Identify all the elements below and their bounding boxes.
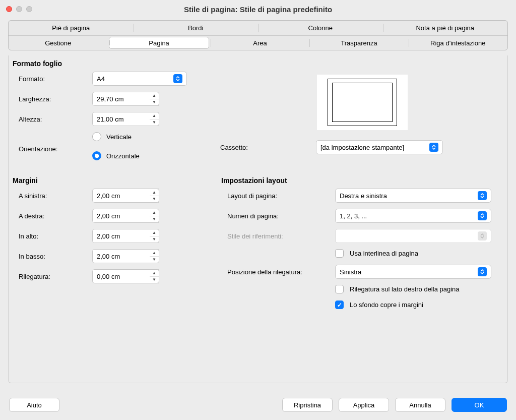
section-layout-settings: Impostazioni layout — [221, 176, 504, 185]
checkbox-use-line-spacing[interactable] — [335, 249, 344, 258]
height-spinbox[interactable]: 21,00 cm ▲▼ — [92, 112, 159, 126]
section-margins: Margini — [13, 176, 208, 185]
spin-down-icon[interactable]: ▼ — [150, 119, 159, 126]
checkbox-background-covers[interactable] — [335, 301, 344, 309]
spin-down-icon[interactable]: ▼ — [150, 256, 159, 263]
label-height: Altezza: — [12, 115, 92, 123]
gutter-value: 0,00 cm — [97, 273, 120, 280]
label-gutter-right: Rilegatura sul lato destro della pagina — [350, 285, 460, 293]
tab-columns[interactable]: Colonne — [258, 21, 383, 35]
content-area: Formato foglio Formato: A4 Larghezza: — [8, 55, 508, 383]
tray-value: [da impostazione stampante] — [320, 144, 404, 151]
tab-header[interactable]: Riga d'intestazione — [409, 36, 507, 50]
spin-down-icon[interactable]: ▼ — [150, 99, 159, 105]
label-margin-left: A sinistra: — [12, 192, 92, 200]
page-layout-value: Destra e sinistra — [340, 192, 387, 200]
label-gutter-position: Posizione della rilegatura: — [220, 268, 335, 276]
spin-up-icon[interactable]: ▲ — [150, 270, 159, 276]
spin-down-icon[interactable]: ▼ — [150, 276, 159, 283]
chevron-updown-icon — [478, 211, 487, 220]
tab-page[interactable]: Pagina — [109, 37, 209, 49]
label-ref-style: Stile dei riferimenti: — [220, 232, 335, 240]
gutter-position-dropdown[interactable]: Sinistra — [335, 265, 491, 279]
label-background-covers: Lo sfondo copre i margini — [350, 301, 423, 309]
margin-left-value: 2,00 cm — [97, 192, 120, 200]
label-gutter: Rilegatura: — [12, 273, 92, 280]
spin-up-icon[interactable]: ▲ — [150, 229, 159, 236]
label-margin-top: In alto: — [12, 232, 92, 240]
margin-left-spinbox[interactable]: 2,00 cm ▲▼ — [92, 189, 159, 203]
cancel-button[interactable]: Annulla — [395, 398, 445, 412]
window-title: Stile di pagina: Stile di pagina predefi… — [6, 5, 510, 14]
titlebar: Stile di pagina: Stile di pagina predefi… — [0, 0, 516, 18]
spin-up-icon[interactable]: ▲ — [150, 209, 159, 216]
spin-up-icon[interactable]: ▲ — [150, 112, 159, 119]
chevron-updown-icon — [478, 231, 487, 241]
format-dropdown[interactable]: A4 — [92, 72, 187, 86]
margin-right-spinbox[interactable]: 2,00 cm ▲▼ — [92, 209, 159, 223]
label-page-layout: Layout di pagina: — [220, 192, 335, 200]
label-margin-bottom: In basso: — [12, 253, 92, 260]
label-margin-right: A destra: — [12, 212, 92, 220]
tab-organizer[interactable]: Gestione — [9, 36, 107, 50]
radio-portrait-label: Verticale — [106, 133, 132, 141]
maximize-window-button — [26, 6, 32, 12]
height-value: 21,00 cm — [97, 115, 123, 123]
gutter-spinbox[interactable]: 0,00 cm ▲▼ — [92, 269, 159, 283]
minimize-window-button — [16, 6, 22, 12]
tab-transparency[interactable]: Trasparenza — [309, 36, 408, 50]
margin-bottom-value: 2,00 cm — [97, 253, 120, 260]
label-use-line-spacing: Usa interlinea di pagina — [350, 250, 418, 257]
close-window-button[interactable] — [6, 6, 12, 12]
width-value: 29,70 cm — [97, 95, 123, 103]
ok-button[interactable]: OK — [452, 398, 507, 412]
tray-dropdown[interactable]: [da impostazione stampante] — [316, 140, 443, 154]
spin-up-icon[interactable]: ▲ — [150, 250, 159, 256]
page-numbers-value: 1, 2, 3, ... — [340, 212, 367, 220]
reset-button[interactable]: Ripristina — [282, 398, 333, 412]
page-preview — [317, 75, 408, 130]
help-button[interactable]: Aiuto — [9, 398, 59, 412]
ref-style-dropdown — [335, 229, 491, 243]
tab-borders[interactable]: Bordi — [134, 21, 259, 35]
radio-portrait[interactable] — [92, 132, 101, 141]
window-controls — [6, 6, 32, 12]
section-paper-format: Formato foglio — [13, 59, 504, 68]
label-page-numbers: Numeri di pagina: — [220, 212, 335, 220]
tab-footer[interactable]: Piè di pagina — [9, 21, 134, 35]
spin-down-icon[interactable]: ▼ — [150, 216, 159, 222]
width-spinbox[interactable]: 29,70 cm ▲▼ — [92, 92, 159, 106]
label-tray: Cassetto: — [220, 144, 316, 151]
tab-footnote[interactable]: Nota a piè di pagina — [383, 21, 508, 35]
margin-top-spinbox[interactable]: 2,00 cm ▲▼ — [92, 229, 159, 243]
page-layout-dropdown[interactable]: Destra e sinistra — [335, 189, 491, 203]
label-format: Formato: — [12, 75, 92, 83]
spin-up-icon[interactable]: ▲ — [150, 189, 159, 196]
apply-button[interactable]: Applica — [339, 398, 389, 412]
label-orientation: Orientazione: — [12, 145, 92, 153]
chevron-updown-icon — [429, 143, 438, 152]
tab-area[interactable]: Area — [211, 36, 309, 50]
format-value: A4 — [97, 75, 105, 83]
tabs-container: Piè di pagina Bordi Colonne Nota a piè d… — [8, 20, 508, 50]
checkbox-gutter-right[interactable] — [335, 285, 344, 293]
gutter-position-value: Sinistra — [340, 268, 361, 276]
margin-top-value: 2,00 cm — [97, 232, 120, 240]
spin-down-icon[interactable]: ▼ — [150, 196, 159, 202]
margin-bottom-spinbox[interactable]: 2,00 cm ▲▼ — [92, 249, 159, 263]
spin-down-icon[interactable]: ▼ — [150, 236, 159, 243]
page-numbers-dropdown[interactable]: 1, 2, 3, ... — [335, 209, 491, 223]
radio-landscape-label: Orizzontale — [106, 152, 140, 160]
margin-right-value: 2,00 cm — [97, 212, 120, 220]
radio-landscape[interactable] — [92, 151, 101, 160]
chevron-updown-icon — [173, 74, 182, 83]
label-width: Larghezza: — [12, 95, 92, 103]
chevron-updown-icon — [478, 191, 487, 200]
chevron-updown-icon — [478, 267, 487, 276]
spin-up-icon[interactable]: ▲ — [150, 92, 159, 99]
button-bar: Aiuto Ripristina Applica Annulla OK — [0, 391, 516, 420]
